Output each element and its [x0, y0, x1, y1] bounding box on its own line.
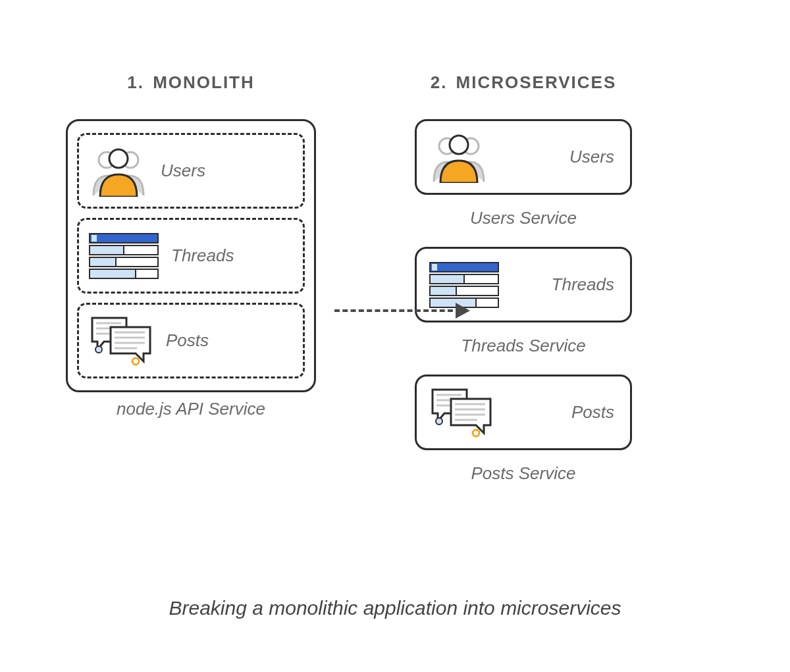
users-service-label: Users	[569, 147, 614, 167]
posts-icon	[88, 314, 154, 368]
users-icon	[88, 145, 149, 197]
svg-point-2	[109, 149, 128, 168]
microservices-heading: 2. MICROSERVICES	[431, 72, 617, 93]
posts-service-group: Posts Posts Service	[415, 375, 632, 484]
svg-point-34	[436, 418, 442, 425]
monolith-heading: 1. MONOLITH	[127, 72, 255, 93]
posts-icon	[429, 386, 494, 440]
monolith-heading-num: 1.	[127, 72, 144, 92]
threads-icon	[88, 232, 159, 280]
svg-point-19	[132, 358, 139, 365]
svg-rect-26	[430, 274, 464, 284]
monolith-heading-text: MONOLITH	[153, 72, 255, 92]
svg-rect-3	[90, 234, 158, 243]
arrow-head-icon	[456, 303, 470, 319]
svg-point-39	[473, 430, 479, 436]
users-service-card: Users	[415, 119, 632, 195]
figure-caption: Breaking a monolithic application into m…	[0, 597, 790, 619]
users-service-caption: Users Service	[470, 208, 577, 228]
svg-rect-24	[432, 264, 437, 271]
svg-rect-10	[90, 269, 136, 278]
monolith-threads-label: Threads	[171, 246, 234, 266]
monolith-posts-label: Posts	[166, 330, 209, 351]
users-service-group: Users Users Service	[415, 119, 632, 228]
monolith-users-label: Users	[161, 161, 205, 181]
posts-service-caption: Posts Service	[471, 463, 576, 484]
svg-rect-4	[92, 235, 97, 242]
users-icon	[429, 132, 489, 183]
transition-arrow	[334, 303, 470, 319]
threads-icon	[429, 261, 500, 309]
threads-service-group: Threads Threads Service	[415, 247, 632, 356]
svg-rect-8	[90, 257, 116, 267]
monolith-users-card: Users	[77, 133, 305, 209]
monolith-container: Users	[66, 119, 316, 392]
microservices-heading-text: MICROSERVICES	[456, 72, 617, 92]
microservices-column: 2. MICROSERVICES	[415, 72, 632, 484]
monolith-caption: node.js API Service	[117, 399, 265, 419]
svg-rect-6	[90, 246, 124, 255]
monolith-posts-card: Posts	[77, 303, 305, 378]
svg-point-14	[95, 346, 102, 353]
svg-rect-28	[430, 286, 456, 296]
posts-service-label: Posts	[571, 402, 614, 423]
monolith-threads-card: Threads	[77, 218, 305, 294]
arrow-line-icon	[334, 309, 453, 312]
microservices-heading-num: 2.	[431, 72, 448, 92]
svg-point-22	[450, 136, 468, 154]
posts-service-card: Posts	[415, 375, 632, 450]
threads-service-caption: Threads Service	[461, 336, 585, 356]
svg-rect-23	[430, 263, 498, 272]
threads-service-label: Threads	[552, 274, 614, 295]
monolith-column: 1. MONOLITH Users	[66, 72, 316, 484]
